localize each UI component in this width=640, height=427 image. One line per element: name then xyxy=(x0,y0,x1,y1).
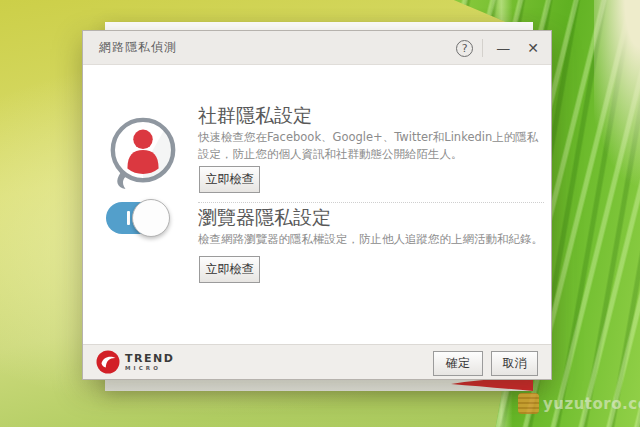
social-profile-bubble-icon xyxy=(106,114,180,190)
yuzutoro-logo-icon xyxy=(518,393,539,414)
dialog-title: 網路隱私偵測 xyxy=(99,39,177,56)
section-divider xyxy=(198,202,544,203)
window-controls: ? — ✕ xyxy=(456,31,543,65)
social-privacy-description: 快速檢查您在Facebook、Google+、Twitter和Linkedin上… xyxy=(198,129,548,162)
watermark: yuzutoro.com xyxy=(518,393,640,414)
screen: 網路隱私偵測 ? — ✕ 社群隱私設定 快速檢查您在Facebook、Googl… xyxy=(0,0,640,427)
social-privacy-heading: 社群隱私設定 xyxy=(198,103,312,129)
trend-micro-brand: TREND MICRO xyxy=(96,350,174,374)
controls-divider xyxy=(482,39,483,57)
ok-button[interactable]: 確定 xyxy=(433,351,483,376)
privacy-scanner-dialog: 網路隱私偵測 ? — ✕ 社群隱私設定 快速檢查您在Facebook、Googl… xyxy=(82,30,552,380)
browser-privacy-heading: 瀏覽器隱私設定 xyxy=(198,205,331,231)
dialog-footer: TREND MICRO 確定 取消 xyxy=(83,344,551,379)
help-icon[interactable]: ? xyxy=(456,40,473,57)
close-icon[interactable]: ✕ xyxy=(523,40,543,56)
brand-line2: MICRO xyxy=(125,366,174,372)
browser-check-now-button[interactable]: 立即檢查 xyxy=(199,256,260,283)
browser-privacy-description: 檢查網路瀏覽器的隱私權設定，防止他人追蹤您的上網活動和紀錄。 xyxy=(198,231,548,248)
trend-micro-logo-icon xyxy=(96,350,120,374)
social-check-now-button[interactable]: 立即檢查 xyxy=(199,166,260,193)
leaf-highlight xyxy=(594,0,640,220)
dialog-content: 社群隱私設定 快速檢查您在Facebook、Google+、Twitter和Li… xyxy=(83,66,551,344)
cancel-button[interactable]: 取消 xyxy=(491,351,538,376)
toggle-knob[interactable] xyxy=(132,199,170,237)
toggle-on-mark xyxy=(127,211,130,225)
brand-wordmark: TREND MICRO xyxy=(125,353,174,371)
privacy-toggle-on-icon[interactable] xyxy=(106,202,166,234)
dialog-titlebar[interactable]: 網路隱私偵測 ? — ✕ xyxy=(83,31,551,65)
minimize-icon[interactable]: — xyxy=(492,40,514,56)
watermark-text: yuzutoro.com xyxy=(543,395,640,413)
brand-line1: TREND xyxy=(125,353,174,364)
